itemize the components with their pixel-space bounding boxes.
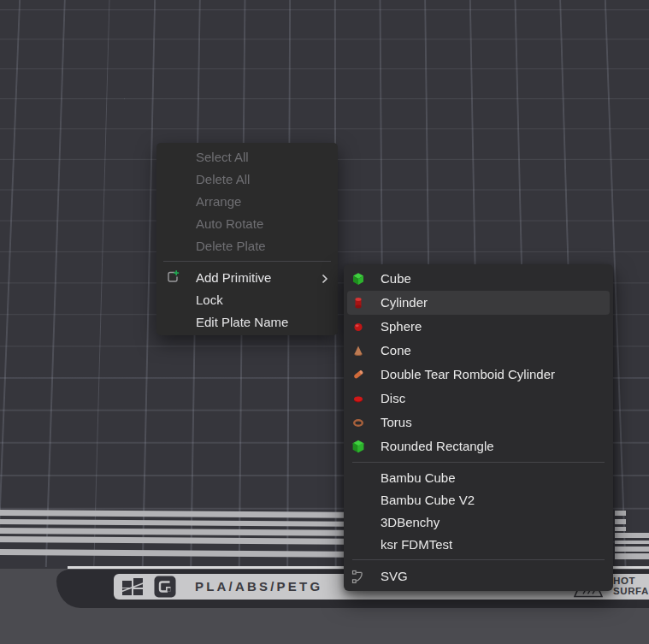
- submenu-item-3dbenchy[interactable]: 3DBenchy: [347, 511, 610, 534]
- submenu-item-svg[interactable]: SVG: [347, 564, 610, 588]
- disc-icon: [351, 392, 365, 405]
- torus-icon: [351, 416, 365, 429]
- add-primitive-icon: [165, 269, 196, 285]
- plate-stripe: [615, 511, 626, 516]
- cube-icon: [351, 272, 365, 286]
- chevron-right-icon: [322, 272, 328, 287]
- plate-material-label: PLA/ABS/PETG: [195, 579, 322, 594]
- menu-item-edit-plate-name[interactable]: Edit Plate Name: [156, 310, 338, 333]
- submenu-item-icon-slot: [351, 493, 365, 507]
- plate-stripes-left: [0, 0, 615, 64]
- menu-item-lock[interactable]: Lock: [156, 288, 338, 310]
- submenu-item-torus[interactable]: Torus: [347, 411, 610, 434]
- sphere-icon: [351, 320, 365, 334]
- double-tear-romboid-cylinder-icon: [351, 368, 365, 381]
- context-menu: Select All Delete All Arrange Auto Rotat…: [156, 143, 338, 335]
- rounded-rectangle-icon: [351, 440, 365, 453]
- submenu-item-cone[interactable]: Cone: [347, 339, 610, 363]
- submenu-item-cylinder[interactable]: Cylinder: [347, 291, 610, 315]
- plate-stripes-right: [615, 0, 649, 68]
- menu-item-add-primitive[interactable]: Add Primitive: [156, 266, 338, 288]
- submenu-item-icon-slot: [351, 471, 365, 485]
- submenu-item-bambu-cube-v2[interactable]: Bambu Cube V2: [347, 489, 610, 511]
- submenu-separator: [352, 559, 605, 560]
- submenu-item-bambu-cube[interactable]: Bambu Cube: [347, 467, 610, 489]
- menu-separator: [163, 261, 331, 262]
- plate-stripe: [615, 547, 649, 552]
- cone-icon: [351, 344, 365, 357]
- hot-surface-warning-text: HOT SURFACE: [613, 576, 649, 596]
- menu-item-select-all: Select All: [156, 145, 338, 168]
- plate-stripe: [615, 541, 649, 545]
- plate-stripe: [615, 553, 649, 559]
- submenu-separator: [352, 462, 605, 463]
- submenu-item-disc[interactable]: Disc: [347, 387, 610, 411]
- submenu-item-double-tear-romboid-cylinder[interactable]: Double Tear Romboid Cylinder: [347, 363, 610, 387]
- viewport-3d[interactable]: PLA/ABS/PETG HOT SURFACE Select All Dele…: [0, 0, 649, 644]
- submenu-item-icon-slot: [351, 538, 365, 552]
- submenu-item-ksr-fdmtest[interactable]: ksr FDMTest: [347, 534, 610, 556]
- bambu-studio-logo-icon: [154, 576, 176, 598]
- cylinder-icon: [351, 296, 365, 310]
- menu-item-arrange: Arrange: [156, 190, 338, 212]
- menu-item-auto-rotate: Auto Rotate: [156, 212, 338, 234]
- plate-stripe: [615, 533, 649, 538]
- bambu-lab-logo-icon: [121, 577, 145, 596]
- submenu-item-cube[interactable]: Cube: [347, 267, 610, 291]
- plate-stripe: [615, 519, 626, 524]
- plate-stripe: [615, 527, 626, 532]
- submenu-item-icon-slot: [351, 516, 365, 529]
- plate-logos: [121, 576, 176, 598]
- menu-item-delete-plate: Delete Plate: [156, 234, 338, 257]
- add-primitive-submenu: Cube Cylinder Sphere: [344, 264, 613, 591]
- submenu-item-sphere[interactable]: Sphere: [347, 315, 610, 339]
- menu-item-delete-all: Delete All: [156, 168, 338, 190]
- svg-curve-icon: [351, 570, 365, 583]
- submenu-item-rounded-rectangle[interactable]: Rounded Rectangle: [347, 434, 610, 458]
